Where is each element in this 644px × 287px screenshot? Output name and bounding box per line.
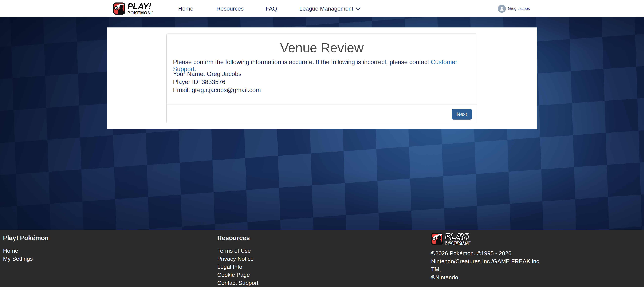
copyright-line: ©2026 Pokémon. ©1995 - 2026 [431, 249, 552, 257]
brand-play-text: PLAY! [445, 233, 471, 241]
footer-link-my-settings[interactable]: My Settings [3, 255, 33, 263]
player-email-line: Email: greg.r.jacobs@gmail.com [173, 86, 261, 94]
brand-wordmark: PLAY! POKÉMON™ [445, 233, 471, 246]
player-id-line: Player ID: 3833576 [173, 78, 261, 86]
nav-item-home[interactable]: Home [178, 0, 194, 17]
user-name: Greg Jacobs [508, 6, 530, 11]
copyright-text: ©2026 Pokémon. ©1995 - 2026 Nintendo/Cre… [431, 249, 552, 281]
next-button[interactable]: Next [452, 109, 472, 120]
user-menu[interactable]: Greg Jacobs [498, 0, 530, 17]
confirmation-text-before: Please confirm the following information… [173, 59, 431, 65]
trademark-symbol: ™ [469, 241, 471, 243]
footer-link-terms-of-use[interactable]: Terms of Use [217, 247, 258, 255]
nav-item-resources[interactable]: Resources [216, 0, 244, 17]
copyright-line: Nintendo/Creatures Inc./GAME FREAK inc. … [431, 257, 552, 273]
play-pokemon-badge-icon [431, 233, 443, 245]
footer-link-privacy-notice[interactable]: Privacy Notice [217, 255, 258, 263]
user-avatar-icon [498, 5, 506, 13]
league-management-label: League Management [299, 5, 353, 12]
page-title: Venue Review [166, 40, 477, 55]
play-pokemon-badge-icon [113, 2, 126, 15]
copyright-line: ®Nintendo. [431, 273, 552, 281]
chevron-down-icon [356, 7, 360, 10]
top-nav: PLAY! POKÉMON™ Home Resources FAQ League… [0, 0, 644, 17]
footer-logo[interactable]: PLAY! POKÉMON™ [431, 233, 471, 245]
nav-item-league-management[interactable]: League Management [299, 0, 360, 17]
footer-heading-resources: Resources [217, 235, 250, 242]
card-divider [166, 104, 477, 104]
venue-review-card: Venue Review Please confirm the followin… [166, 33, 478, 123]
footer-link-contact-support[interactable]: Contact Support [217, 279, 258, 287]
footer-link-cookie-page[interactable]: Cookie Page [217, 271, 258, 279]
brand-wordmark: PLAY! POKÉMON™ [128, 2, 153, 15]
trademark-symbol: ™ [151, 11, 153, 13]
player-info-block: Your Name: Greg Jacobs Player ID: 383357… [173, 70, 261, 94]
checkered-background: Venue Review Please confirm the followin… [0, 17, 644, 230]
nav-item-faq[interactable]: FAQ [266, 0, 277, 17]
player-name-line: Your Name: Greg Jacobs [173, 70, 261, 78]
brand-play-text: PLAY! [128, 2, 153, 10]
footer-heading-play-pokemon: Play! Pokémon [3, 235, 48, 242]
content-sheet: Venue Review Please confirm the followin… [107, 27, 537, 129]
page-footer: Play! Pokémon Home My Settings Resources… [0, 230, 644, 287]
brand-pokemon-text: POKÉMON™ [128, 11, 153, 15]
brand-pokemon-text: POKÉMON™ [445, 241, 471, 246]
footer-link-legal-info[interactable]: Legal Info [217, 263, 258, 271]
footer-link-home[interactable]: Home [3, 247, 33, 255]
nav-logo[interactable]: PLAY! POKÉMON™ [113, 2, 153, 15]
